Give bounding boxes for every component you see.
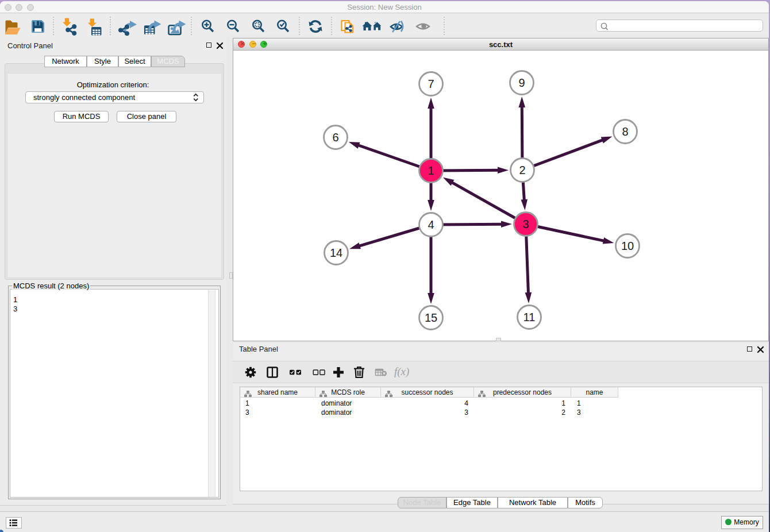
svg-text:11: 11 xyxy=(523,311,536,323)
svg-text:9: 9 xyxy=(518,76,525,89)
svg-text:10: 10 xyxy=(621,240,634,252)
svg-text:2: 2 xyxy=(519,164,525,176)
svg-text:1: 1 xyxy=(428,164,434,177)
svg-text:15: 15 xyxy=(425,311,437,324)
svg-text:4: 4 xyxy=(428,218,434,231)
svg-text:14: 14 xyxy=(330,246,342,259)
svg-text:8: 8 xyxy=(622,125,628,138)
svg-text:6: 6 xyxy=(332,131,338,144)
svg-text:7: 7 xyxy=(428,78,434,90)
svg-text:3: 3 xyxy=(522,218,529,230)
